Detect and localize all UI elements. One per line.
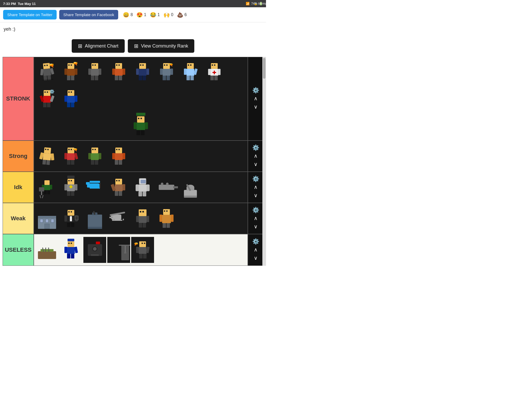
scrollbar-thumb	[263, 58, 265, 79]
tier-down-strong[interactable]: ∨	[252, 161, 259, 168]
reaction-laugh[interactable]: 😂 1	[150, 12, 160, 18]
list-item	[36, 143, 58, 169]
praise-count: 0	[171, 12, 173, 17]
list-item	[107, 205, 130, 231]
tier-row-stronk: STRONK	[3, 57, 263, 141]
tier-label-strong: Strong	[3, 141, 34, 171]
community-rank-label: View Community Rank	[141, 43, 188, 49]
laugh-count: 1	[157, 12, 160, 17]
list-item: 🔫	[131, 237, 154, 263]
list-item	[131, 59, 154, 85]
reaction-poop[interactable]: 💩 6	[177, 12, 187, 18]
page-content: STRONK	[0, 57, 266, 266]
reaction-happy[interactable]: 😀 8	[123, 12, 133, 18]
gear-icon-weak[interactable]: ⚙️	[252, 207, 259, 214]
list-item	[83, 143, 106, 169]
tier-row-strong: Strong	[3, 141, 263, 172]
wifi-icon: 📶	[246, 2, 250, 5]
list-item	[131, 174, 154, 200]
alignment-chart-label: Alignment Chart	[85, 43, 118, 49]
tier-down-idk[interactable]: ∨	[252, 192, 259, 199]
gear-icon-stronk[interactable]: ⚙️	[252, 87, 259, 94]
happy-emoji: 😀	[123, 12, 129, 18]
list-item	[179, 59, 202, 85]
tier-row-useless: USELESS	[3, 234, 263, 265]
list-item	[107, 174, 130, 200]
list-item: 🔫	[59, 59, 82, 85]
list-item	[155, 205, 178, 231]
tier-list-container: STRONK	[3, 57, 263, 266]
list-item: ⚙️	[36, 86, 58, 112]
chart-button-group: ⊞ Alignment Chart ⊞ View Community Rank	[0, 36, 266, 57]
list-item	[59, 86, 82, 112]
list-item	[179, 174, 202, 200]
tier-controls-weak: ⚙️ ∧ ∨	[248, 203, 263, 234]
status-time-date: 7:33 PM Tue May 11	[3, 2, 36, 6]
list-item	[36, 113, 246, 139]
list-item	[83, 174, 106, 200]
poop-count: 6	[184, 12, 187, 17]
tier-up-useless[interactable]: ∧	[252, 246, 259, 253]
list-item	[203, 59, 226, 85]
list-item	[83, 237, 106, 263]
tier-label-useless: USELESS	[3, 234, 34, 265]
user-comment: yeh :)	[0, 22, 266, 36]
list-item: 🔫	[59, 143, 82, 169]
list-item	[83, 59, 106, 85]
list-item	[107, 237, 130, 263]
list-item	[107, 59, 130, 85]
community-icon: ⊞	[134, 43, 138, 49]
tier-row-idk: Idk	[3, 172, 263, 203]
tier-items-weak	[34, 203, 248, 234]
gear-icon-idk[interactable]: ⚙️	[252, 176, 259, 182]
list-item	[59, 174, 82, 200]
tier-up-strong[interactable]: ∧	[252, 152, 259, 159]
list-item	[36, 237, 58, 263]
list-item	[36, 205, 58, 231]
list-item	[36, 174, 58, 200]
love-count: 1	[144, 12, 146, 17]
page-scrollbar[interactable]	[262, 57, 266, 266]
tier-down-weak[interactable]: ∨	[252, 223, 259, 230]
list-item	[131, 205, 154, 231]
list-item: 🔫	[155, 59, 178, 85]
tier-items-stronk: 🔫	[34, 57, 248, 140]
list-item	[155, 174, 178, 200]
gear-icon-useless[interactable]: ⚙️	[252, 238, 259, 245]
status-url: 🔒 tiermaker.com	[254, 2, 266, 5]
laugh-emoji: 😂	[150, 12, 156, 18]
list-item	[59, 237, 82, 263]
share-facebook-button[interactable]: Share Template on Facebook	[59, 10, 118, 19]
list-item	[59, 205, 82, 231]
tier-up-stronk[interactable]: ∧	[252, 95, 259, 102]
tier-items-strong: 🔫	[34, 141, 248, 171]
share-twitter-button[interactable]: Share Template on Twitter	[3, 10, 57, 19]
reaction-praise[interactable]: 🙌 0	[163, 12, 173, 18]
tier-up-weak[interactable]: ∧	[252, 215, 259, 222]
love-emoji: 😍	[136, 12, 143, 18]
tier-down-useless[interactable]: ∨	[252, 254, 259, 262]
tier-items-idk	[34, 172, 248, 203]
list-item: 🔫	[36, 59, 58, 85]
tier-controls-stronk: ⚙️ ∧ ∨	[248, 57, 263, 140]
reaction-love[interactable]: 😍 1	[136, 12, 146, 18]
praise-emoji: 🙌	[163, 12, 170, 18]
community-rank-button[interactable]: ⊞ View Community Rank	[128, 39, 195, 53]
tier-label-stronk: STRONK	[3, 57, 34, 140]
lock-icon: 🔒	[254, 2, 257, 5]
poop-emoji: 💩	[177, 12, 183, 18]
list-item	[83, 205, 106, 231]
tier-items-useless: 🔫	[34, 234, 248, 265]
alignment-chart-button[interactable]: ⊞ Alignment Chart	[72, 39, 125, 53]
status-bar: 7:33 PM Tue May 11 🔒 tiermaker.com 📶 74%…	[0, 0, 266, 7]
gear-icon-strong[interactable]: ⚙️	[252, 144, 259, 151]
tier-controls-strong: ⚙️ ∧ ∨	[248, 141, 263, 171]
grid-icon: ⊞	[78, 43, 82, 49]
tier-up-idk[interactable]: ∧	[252, 183, 259, 191]
tier-row-weak: Weak	[3, 203, 263, 234]
tier-label-weak: Weak	[3, 203, 34, 234]
tier-down-stronk[interactable]: ∨	[252, 103, 259, 110]
toolbar: Share Template on Twitter Share Template…	[0, 7, 266, 22]
tier-controls-idk: ⚙️ ∧ ∨	[248, 172, 263, 203]
list-item	[107, 143, 130, 169]
